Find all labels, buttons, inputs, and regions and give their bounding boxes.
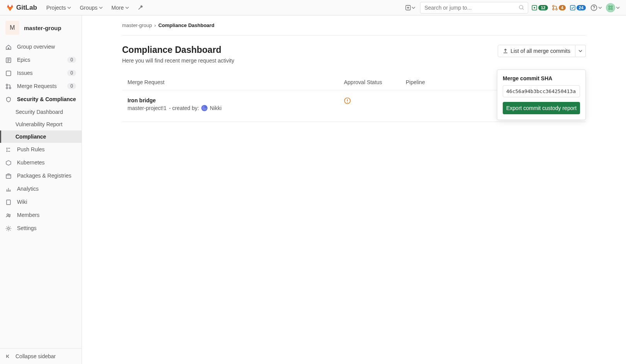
breadcrumb: master-group › Compliance Dashboard [122,15,586,35]
svg-point-12 [6,84,8,86]
sidebar-sub-compliance[interactable]: Compliance [0,130,82,143]
author-name[interactable]: Nikki [210,105,221,111]
todos-counter[interactable]: 24 [569,5,587,11]
issues-counter[interactable]: 12 [531,5,548,11]
mr-count: 4 [559,5,566,10]
svg-point-16 [7,151,8,152]
todo-icon [570,5,576,11]
epic-icon [5,57,12,63]
warning-circle-icon [344,97,351,104]
user-avatar [606,3,615,12]
svg-point-21 [9,214,10,216]
sidebar-item-epics[interactable]: Epics 0 [0,53,82,66]
svg-point-3 [534,7,535,8]
svg-point-24 [347,102,348,103]
package-icon [5,173,12,179]
sidebar-item-packages[interactable]: Packages & Registries [0,169,82,182]
brand-text: GitLab [16,4,37,12]
kubernetes-icon [5,159,12,166]
admin-wrench[interactable] [134,2,147,13]
col-merge-request: Merge Request [128,79,344,85]
svg-point-20 [7,214,9,215]
new-menu[interactable] [403,3,418,12]
mr-title[interactable]: Iron bridge [128,97,344,103]
search-input[interactable] [420,2,528,14]
svg-point-14 [9,87,11,89]
svg-rect-19 [7,200,10,205]
export-button-group: List of all merge commits [498,45,586,57]
svg-point-6 [556,8,557,10]
svg-point-15 [7,148,8,149]
issues-icon [5,70,12,76]
export-icon [503,48,508,54]
todos-count: 24 [577,5,586,10]
sidebar-item-overview[interactable]: Group overview [0,40,82,53]
mr-counter[interactable]: 4 [551,5,566,11]
group-header[interactable]: M master-group [0,15,82,40]
sidebar: M master-group Group overview Epics 0 Is… [0,15,82,364]
main-content: master-group › Compliance Dashboard Comp… [82,15,626,364]
sidebar-item-merge-requests[interactable]: Merge Requests 0 [0,80,82,93]
svg-point-9 [594,9,594,10]
sidebar-item-analytics[interactable]: Analytics [0,182,82,195]
group-avatar: M [5,21,19,35]
page-subtitle: Here you will find recent merge request … [122,58,234,64]
user-menu[interactable] [606,3,620,12]
approval-status-cell [344,97,406,104]
merge-request-icon [5,83,12,89]
sidebar-item-wiki[interactable]: Wiki [0,195,82,208]
wrench-icon [138,5,144,11]
page-title: Compliance Dashboard [122,45,234,55]
export-report-button[interactable]: Export commit custody report [503,102,580,114]
crumb-current: Compliance Dashboard [158,22,214,28]
sidebar-item-issues[interactable]: Issues 0 [0,66,82,80]
svg-rect-18 [6,174,11,178]
issue-icon [531,5,538,11]
nav-more[interactable]: More [108,2,132,13]
nav-groups[interactable]: Groups [77,2,106,13]
top-nav: GitLab Projects Groups More 12 4 24 [0,0,626,15]
search-wrap [420,2,528,14]
crumb-group[interactable]: master-group [122,22,152,28]
chevron-down-icon [99,6,103,10]
svg-point-5 [553,8,554,10]
export-commits-button[interactable]: List of all merge commits [498,45,575,57]
sidebar-sub-vulnerability-report[interactable]: Vulnerability Report [0,118,82,130]
col-approval-status: Approval Status [344,79,406,85]
mr-meta: master-project!1 - created by: Nikki [128,105,344,111]
sidebar-sub-security-dashboard[interactable]: Security Dashboard [0,106,82,118]
sidebar-item-kubernetes[interactable]: Kubernetes [0,156,82,169]
chevron-down-icon [598,6,602,10]
epics-count: 0 [67,57,76,63]
members-icon [5,212,12,218]
export-dropdown-panel: Merge commit SHA Export commit custody r… [497,69,586,120]
issues-count: 12 [538,5,548,10]
nav-projects[interactable]: Projects [43,2,75,13]
author-avatar [201,105,208,111]
help-menu[interactable] [589,4,604,11]
col-pipeline: Pipeline [406,79,468,85]
chevron-down-icon [578,49,582,53]
tanuki-icon [6,4,14,12]
chevron-down-icon [67,6,71,10]
sidebar-item-settings[interactable]: Settings [0,222,82,235]
gitlab-logo[interactable]: GitLab [6,4,37,12]
svg-point-4 [553,5,554,7]
home-icon [5,44,12,50]
plus-square-icon [405,5,411,10]
chevron-down-icon [125,6,129,10]
collapse-sidebar[interactable]: Collapse sidebar [0,348,82,364]
sidebar-item-members[interactable]: Members [0,208,82,222]
svg-point-22 [8,228,10,230]
sidebar-item-security[interactable]: Security & Compliance [0,93,82,106]
sidebar-item-push-rules[interactable]: Push Rules [0,143,82,156]
collapse-icon [5,354,11,359]
export-dropdown-toggle[interactable] [575,45,586,57]
svg-point-1 [519,5,523,8]
sha-input[interactable] [503,85,580,97]
issues-count: 0 [67,70,76,76]
search-icon [519,5,524,10]
group-name: master-group [24,25,61,31]
question-circle-icon [590,4,597,11]
sha-label: Merge commit SHA [503,75,580,81]
